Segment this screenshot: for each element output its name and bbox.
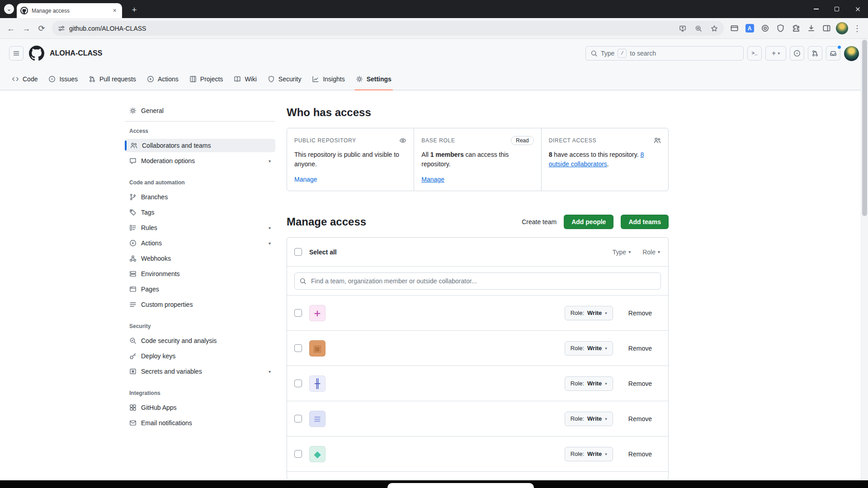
type-filter-dropdown[interactable]: Type▾ — [613, 249, 631, 256]
remove-button[interactable]: Remove — [628, 380, 652, 387]
avatar[interactable]: ≡ — [309, 411, 326, 427]
page-scrollbar[interactable] — [861, 39, 868, 480]
side-panel-button[interactable] — [819, 21, 834, 36]
tab-close-icon[interactable]: × — [111, 7, 118, 14]
forward-button[interactable]: → — [19, 21, 33, 36]
sidebar-item-rules[interactable]: Rules ▾ — [125, 221, 275, 235]
org-name[interactable]: ALOHA-CLASS — [50, 49, 102, 57]
address-bar[interactable]: github.com/ALOHA-CLASS — [52, 21, 724, 36]
sidebar-item-general[interactable]: General — [125, 104, 275, 117]
extension-screenshot-button[interactable] — [758, 21, 772, 36]
extension-shield-button[interactable] — [773, 21, 788, 36]
manage-base-role-link[interactable]: Manage — [421, 176, 444, 183]
row-checkbox[interactable] — [294, 344, 302, 352]
notifications-button[interactable] — [826, 46, 840, 61]
global-search-input[interactable]: Type / to search — [585, 46, 744, 61]
site-settings-icon[interactable] — [58, 25, 65, 32]
tab-issues[interactable]: Issues — [44, 68, 81, 90]
extension-wallet-button[interactable] — [727, 21, 741, 36]
tab-projects[interactable]: Projects — [185, 68, 227, 90]
tab-settings[interactable]: Settings — [352, 68, 396, 90]
command-palette-button[interactable]: >_ — [747, 46, 762, 61]
sidebar-item-actions[interactable]: Actions ▾ — [125, 236, 275, 250]
global-nav-menu-button[interactable] — [9, 46, 24, 61]
role-dropdown[interactable]: Role:Write▾ — [565, 376, 613, 391]
role-dropdown[interactable]: Role:Write▾ — [565, 412, 613, 426]
star-icon — [711, 25, 718, 32]
window-minimize-button[interactable] — [806, 0, 826, 18]
install-app-button[interactable] — [677, 23, 689, 34]
sidebar-item-github-apps[interactable]: GitHub Apps — [125, 401, 275, 414]
sidebar-item-email-notifications[interactable]: Email notifications — [125, 416, 275, 430]
caret-down-icon: ▾ — [605, 311, 607, 315]
avatar[interactable]: + — [309, 305, 326, 321]
sidebar-item-secrets-variables[interactable]: Secrets and variables ▾ — [125, 365, 275, 378]
sidebar-item-custom-properties[interactable]: Custom properties — [125, 298, 275, 311]
sidebar-item-moderation-options[interactable]: Moderation options ▾ — [125, 154, 275, 168]
avatar[interactable]: ◆ — [309, 446, 326, 462]
tab-insights[interactable]: Insights — [308, 68, 349, 90]
zoom-button[interactable] — [693, 23, 704, 34]
role-filter-dropdown[interactable]: Role▾ — [642, 249, 660, 256]
tab-security[interactable]: Security — [264, 68, 306, 90]
row-checkbox[interactable] — [294, 415, 302, 422]
taskbar-pill[interactable] — [387, 483, 534, 488]
remove-button[interactable]: Remove — [628, 310, 652, 317]
sidebar-item-code-security[interactable]: Code security and analysis — [125, 334, 275, 347]
select-all-checkbox[interactable] — [294, 248, 302, 256]
extension-translate-button[interactable]: A — [742, 21, 757, 36]
create-team-button[interactable]: Create team — [522, 218, 557, 225]
url-text[interactable]: github.com/ALOHA-CLASS — [69, 25, 673, 32]
github-logo[interactable] — [29, 46, 44, 61]
back-button[interactable]: ← — [4, 21, 18, 36]
remove-button[interactable]: Remove — [628, 450, 652, 458]
extensions-button[interactable] — [788, 21, 803, 36]
new-tab-button[interactable]: + — [128, 4, 140, 16]
sidebar-item-collaborators-and-teams[interactable]: Collaborators and teams — [125, 139, 275, 152]
role-dropdown[interactable]: Role:Write▾ — [565, 341, 613, 356]
add-teams-button[interactable]: Add teams — [621, 215, 669, 229]
pull-requests-button[interactable] — [808, 46, 822, 61]
avatar[interactable]: ╫ — [309, 375, 326, 392]
sidebar-item-webhooks[interactable]: Webhooks — [125, 252, 275, 265]
bookmark-button[interactable] — [708, 23, 720, 34]
sidebar-item-tags[interactable]: Tags — [125, 206, 275, 219]
sidebar-section-code-automation: Code and automation — [125, 179, 275, 186]
row-checkbox[interactable] — [294, 380, 302, 387]
tab-pull-requests[interactable]: Pull requests — [85, 68, 140, 90]
user-avatar[interactable] — [844, 46, 859, 61]
tab-actions[interactable]: Actions — [143, 68, 183, 90]
row-checkbox[interactable] — [294, 309, 302, 317]
avatar[interactable]: ▣ — [309, 340, 326, 357]
role-dropdown[interactable]: Role:Write▾ — [565, 306, 613, 320]
translate-icon: A — [745, 24, 754, 33]
card-body: All 1 members can access this repository… — [421, 150, 533, 170]
graph-icon — [312, 75, 319, 83]
remove-button[interactable]: Remove — [628, 415, 652, 422]
sidebar-item-branches[interactable]: Branches — [125, 190, 275, 204]
sidebar-item-environments[interactable]: Environments — [125, 267, 275, 281]
downloads-button[interactable] — [804, 21, 818, 36]
people-icon — [654, 137, 661, 144]
role-dropdown[interactable]: Role:Write▾ — [565, 447, 613, 461]
issues-button[interactable] — [790, 46, 804, 61]
window-close-button[interactable] — [847, 0, 868, 18]
remove-button[interactable]: Remove — [628, 345, 652, 352]
collaborators-table: Select all Type▾ Role▾ + R — [287, 237, 669, 480]
scrollbar-thumb[interactable] — [862, 40, 867, 216]
find-collaborator-input[interactable] — [294, 272, 661, 290]
browser-tab[interactable]: Manage access × — [17, 3, 122, 18]
tab-code[interactable]: Code — [8, 68, 42, 90]
browser-menu-button[interactable]: ⋮ — [850, 21, 864, 36]
sidebar-item-deploy-keys[interactable]: Deploy keys — [125, 349, 275, 363]
create-new-button[interactable]: + ▾ — [765, 46, 786, 61]
sidebar-item-pages[interactable]: Pages — [125, 282, 275, 296]
manage-visibility-link[interactable]: Manage — [294, 176, 317, 183]
window-maximize-button[interactable] — [826, 0, 847, 18]
tab-search-button[interactable]: ⌄ — [4, 4, 14, 14]
row-checkbox[interactable] — [294, 450, 302, 458]
add-people-button[interactable]: Add people — [564, 215, 613, 229]
reload-button[interactable]: ⟳ — [34, 21, 49, 36]
browser-profile-button[interactable] — [835, 21, 849, 36]
tab-wiki[interactable]: Wiki — [230, 68, 260, 90]
